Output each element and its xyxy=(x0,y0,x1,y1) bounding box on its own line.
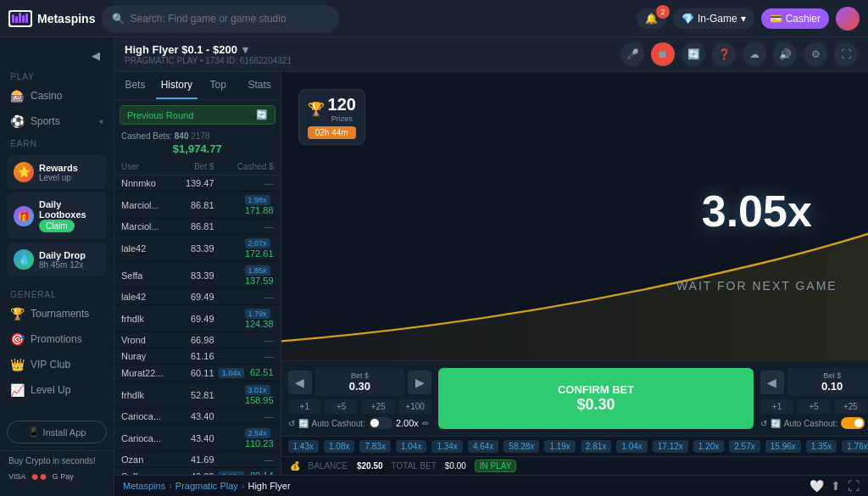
autocashout-edit-1[interactable]: ✏ xyxy=(422,419,429,428)
help-button[interactable]: ❓ xyxy=(712,42,736,66)
preset-25-btn-2[interactable]: +25 xyxy=(834,399,867,414)
bet-user: Ozan xyxy=(121,454,164,465)
claim-button[interactable]: Claim xyxy=(39,220,75,232)
preset-100-btn[interactable]: +100 xyxy=(398,399,431,414)
ticker-item[interactable]: 1.08x xyxy=(324,440,354,453)
sidebar-item-levelup[interactable]: 📈 Level Up xyxy=(0,377,114,403)
table-row: Nnnmko 139.47 — xyxy=(114,176,281,192)
sidebar-item-lootboxes[interactable]: 🎁 Daily Lootboxes Claim xyxy=(7,192,107,239)
preset-25-btn[interactable]: +25 xyxy=(361,399,394,414)
game-header: High Flyer $0.1 - $200 ▾ PRAGMATIC PLAY … xyxy=(114,37,868,72)
notifications-button[interactable]: 🔔 2 xyxy=(637,8,666,29)
casino-icon: 🎰 xyxy=(10,89,24,103)
canvas-main: 🏆 120 Prizes 02h 44m 3.05x WAIT FOR NEXT… xyxy=(281,72,868,360)
tab-history[interactable]: History xyxy=(156,72,198,99)
balance-display: BALANCE $20.50 xyxy=(309,461,383,471)
bet-amount: 41.69 xyxy=(164,454,214,465)
ticker-item[interactable]: 1.76x xyxy=(842,440,868,453)
sidebar-item-vip[interactable]: 👑 VIP Club xyxy=(0,352,114,377)
bet-user: Marciol... xyxy=(121,200,164,210)
breadcrumb-metaspins[interactable]: Metaspins xyxy=(123,481,165,491)
bottom-bar: Metaspins › Pragmatic Play › High Flyer … xyxy=(114,475,868,496)
avatar[interactable] xyxy=(836,7,860,31)
bet-user: Seffa xyxy=(121,270,164,281)
wallet-button[interactable]: 💎 In-Game ▾ xyxy=(673,8,754,29)
sidebar-item-rewards[interactable]: ⭐ Rewards Level up xyxy=(7,155,107,189)
sidebar-item-tournaments-label: Tournaments xyxy=(31,308,89,320)
ticker-item[interactable]: 4.64x xyxy=(468,440,498,453)
tab-bets[interactable]: Bets xyxy=(114,72,156,99)
sidebar-item-casino[interactable]: 🎰 Casino xyxy=(0,83,114,109)
ticker-item[interactable]: 2.57x xyxy=(729,440,760,453)
fullscreen-toggle-button[interactable]: ⛶ xyxy=(848,479,860,493)
ticker-item[interactable]: 1.20x xyxy=(693,440,724,453)
bet-increase-1[interactable]: ▶ xyxy=(408,371,431,394)
tab-stats[interactable]: Stats xyxy=(239,72,281,99)
ticker-item[interactable]: 1.35x xyxy=(806,440,837,453)
ticker-item[interactable]: 17.12x xyxy=(653,440,688,453)
refresh-button[interactable]: 🔄 xyxy=(682,42,705,66)
bet-decrease-1[interactable]: ◀ xyxy=(288,371,312,394)
ticker-item[interactable]: 15.96x xyxy=(765,440,801,453)
ticker-item[interactable]: 1.04x xyxy=(396,440,426,453)
mic-button[interactable]: 🎤 xyxy=(620,42,644,66)
prev-round-icon[interactable]: 🔄 xyxy=(256,109,268,120)
sidebar-item-daily-drop[interactable]: 💧 Daily Drop 8h 45m 12x xyxy=(7,242,107,276)
bet-cashed: 1.79x 124.38 xyxy=(214,308,274,329)
autocashout-reset-1[interactable]: ↺ xyxy=(288,419,295,428)
total-bet-label: TOTAL BET xyxy=(392,461,437,471)
autocashout-toggle-1[interactable] xyxy=(369,417,392,429)
game-title-arrow[interactable]: ▾ xyxy=(242,43,248,56)
bet-decrease-2[interactable]: ◀ xyxy=(760,371,784,394)
sidebar-item-tournaments[interactable]: 🏆 Tournaments xyxy=(0,301,114,326)
bet-cashed: — xyxy=(214,292,274,302)
ticker-item[interactable]: 1.43x xyxy=(288,440,319,453)
table-row: Seffa 40.89 2.18x 89.14 xyxy=(114,468,281,475)
sidebar-collapse-button[interactable]: ◀ xyxy=(85,47,107,64)
ticker-item[interactable]: 1.34x xyxy=(431,440,462,453)
stop-button[interactable]: ⏹ xyxy=(651,42,675,66)
favorite-button[interactable]: 🤍 xyxy=(810,479,824,493)
volume-button[interactable]: 🔊 xyxy=(773,42,797,66)
logo[interactable]: Metaspins xyxy=(8,10,95,27)
fullscreen-button[interactable]: ⛶ xyxy=(834,42,858,66)
bet-presets-1: +1 +5 +25 +100 xyxy=(288,399,432,414)
search-input[interactable] xyxy=(130,13,329,25)
preset-5-btn[interactable]: +5 xyxy=(325,399,358,414)
autocashout-refresh-1[interactable]: 🔄 xyxy=(298,419,309,428)
bet-amount: 43.40 xyxy=(164,433,214,443)
confirm-bet-button-1[interactable]: CONFIRM BET $0.30 xyxy=(438,368,754,429)
ticker-item[interactable]: 2.81x xyxy=(581,440,611,453)
wait-text: WAIT FOR NEXT GAME xyxy=(676,279,837,293)
preset-5-btn-2[interactable]: +5 xyxy=(797,399,830,414)
sidebar-item-sports[interactable]: ⚽ Sports ▾ xyxy=(0,109,114,134)
autocashout-reset-2[interactable]: ↺ xyxy=(760,419,767,428)
header-user: User xyxy=(121,162,164,171)
autocashout-toggle-2[interactable] xyxy=(841,417,865,429)
balance-label: BALANCE xyxy=(309,461,348,471)
ticker-item[interactable]: 1.04x xyxy=(616,440,647,453)
ticker-item[interactable]: 7.83x xyxy=(359,440,390,453)
preset-1-btn[interactable]: +1 xyxy=(288,399,321,414)
share-button[interactable]: ⬆ xyxy=(831,479,841,493)
bet-amount: 139.47 xyxy=(164,178,214,188)
search-bar[interactable]: 🔍 xyxy=(102,5,339,32)
autocashout-refresh-2[interactable]: 🔄 xyxy=(771,419,781,428)
preset-1-btn-2[interactable]: +1 xyxy=(760,399,793,414)
settings-button[interactable]: ⚙ xyxy=(804,42,827,66)
bottom-right-actions: 🤍 ⬆ ⛶ xyxy=(810,479,860,493)
ticker-item[interactable]: 1.19x xyxy=(544,440,575,453)
bet-cashed: — xyxy=(214,221,274,231)
content-area: High Flyer $0.1 - $200 ▾ PRAGMATIC PLAY … xyxy=(114,37,868,496)
daily-drop-icon: 💧 xyxy=(14,249,34,270)
install-app-button[interactable]: 📱 Install App xyxy=(7,421,107,443)
cashier-button[interactable]: 💳 Cashier xyxy=(761,8,829,29)
sidebar-item-promotions[interactable]: 🎯 Promotions xyxy=(0,326,114,352)
tab-top[interactable]: Top xyxy=(198,72,239,99)
autocashout-row-2: ↺ 🔄 Auto Cashout: 5.00x ✏ xyxy=(760,417,868,429)
main-layout: ◀ PLAY 🎰 Casino ⚽ Sports ▾ EARN ⭐ Reward… xyxy=(0,37,868,496)
cloud-button[interactable]: ☁ xyxy=(743,42,766,66)
breadcrumb-pragmatic[interactable]: Pragmatic Play xyxy=(175,481,238,491)
ticker-item[interactable]: 58.28x xyxy=(504,440,539,453)
bet-multiplier: 1.79x xyxy=(245,309,270,319)
